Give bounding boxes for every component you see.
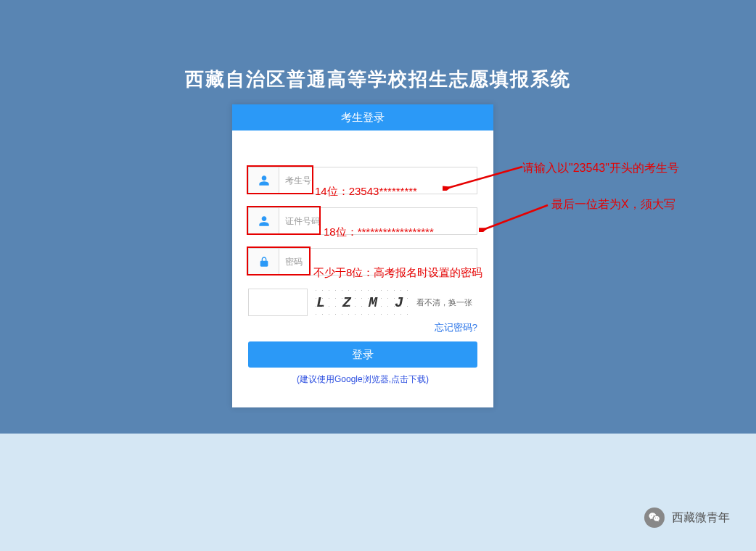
captcha-refresh-link[interactable]: 看不清，换一张: [416, 297, 472, 308]
login-body: 考生号 证件号码 密码 L Z M J 看不清，换一张: [232, 130, 493, 393]
footer-brand: 西藏微青年: [644, 508, 730, 528]
candidate-label: 考生号: [279, 175, 317, 187]
candidate-input[interactable]: [317, 175, 477, 186]
annotation-outer-1: 请输入以"23543"开头的考生号: [522, 161, 679, 176]
captcha-row: L Z M J 看不清，换一张: [248, 289, 477, 316]
wechat-icon: [644, 508, 665, 528]
login-button[interactable]: 登录: [248, 341, 477, 368]
annotation-id-hint: 18位：******************: [324, 225, 434, 239]
captcha-input[interactable]: [248, 289, 308, 316]
annotation-candidate-hint: 14位：23543*********: [315, 185, 417, 199]
person-icon: [249, 167, 279, 194]
forgot-password-link[interactable]: 忘记密码?: [435, 322, 477, 333]
browser-hint-link[interactable]: (建议使用Google浏览器,点击下载): [248, 373, 477, 386]
id-label: 证件号码: [279, 215, 326, 228]
login-box: 考生登录 考生号 证件号码 密码: [232, 104, 493, 407]
password-label: 密码: [279, 256, 308, 268]
forgot-row: 忘记密码?: [248, 320, 477, 334]
lock-icon: [249, 249, 279, 275]
id-input[interactable]: [326, 216, 477, 226]
person-icon: [249, 208, 279, 234]
password-input[interactable]: [308, 257, 477, 267]
annotation-outer-2: 最后一位若为X，须大写: [551, 197, 675, 212]
page-title: 西藏自治区普通高等学校招生志愿填报系统: [0, 67, 756, 92]
brand-text: 西藏微青年: [672, 510, 730, 526]
annotation-password-hint: 不少于8位：高考报名时设置的密码: [313, 266, 482, 280]
captcha-image[interactable]: L Z M J: [315, 289, 409, 316]
login-header: 考生登录: [232, 104, 493, 130]
